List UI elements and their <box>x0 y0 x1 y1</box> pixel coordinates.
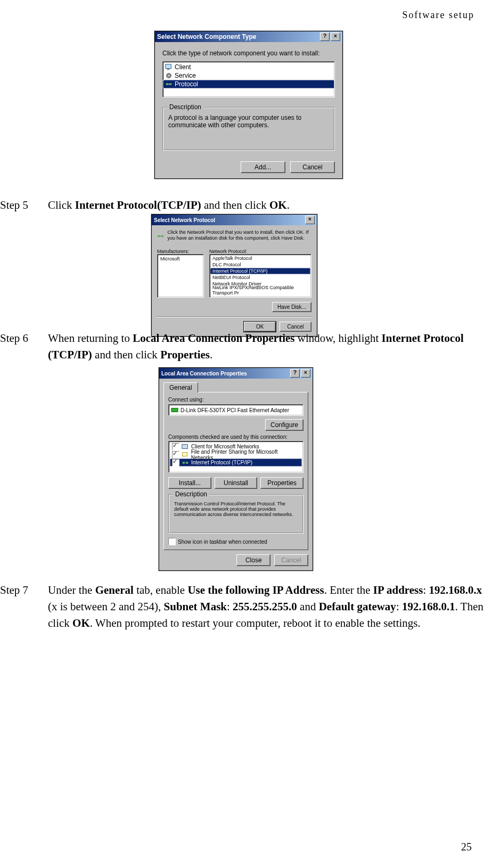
group-legend: Description <box>167 103 203 111</box>
cancel-button: Cancel <box>274 554 308 566</box>
close-button[interactable]: × <box>301 369 310 378</box>
titlebar: Select Network Protocol × <box>152 215 317 225</box>
connect-using-label: Connect using: <box>168 397 303 403</box>
components-label: Components checked are used by this conn… <box>168 434 303 440</box>
svg-rect-7 <box>158 235 160 237</box>
uninstall-button[interactable]: Uninstall <box>215 477 258 489</box>
protocol-icon <box>165 80 173 88</box>
prompt-text: Click the type of network component you … <box>162 50 335 57</box>
description-text: Transmission Control Protocol/Internet P… <box>174 501 298 517</box>
step-body: Under the General tab, enable Use the fo… <box>48 582 484 632</box>
svg-rect-1 <box>167 69 170 70</box>
svg-rect-12 <box>183 452 187 456</box>
close-button[interactable]: × <box>305 216 315 224</box>
configure-button[interactable]: Configure <box>265 419 303 431</box>
help-button[interactable]: ? <box>290 369 300 378</box>
components-list[interactable]: Client for Microsoft Networks File and P… <box>168 441 303 473</box>
list-item-service[interactable]: Service <box>163 71 334 80</box>
cancel-button[interactable]: Cancel <box>290 161 335 173</box>
help-button[interactable]: ? <box>320 32 330 41</box>
protocols-list[interactable]: AppleTalk Protocol DLC Protocol Internet… <box>209 254 311 298</box>
checkbox-icon[interactable] <box>172 451 179 458</box>
step-label: Step 7 <box>0 582 48 632</box>
component-label: Internet Protocol (TCP/IP) <box>191 460 252 465</box>
description-text: A protocol is a language your computer u… <box>168 114 329 129</box>
step-body: Click Internet Protocol(TCP/IP) and then… <box>48 197 484 214</box>
list-item-protocol[interactable]: NetBEUI Protocol <box>210 274 310 281</box>
list-item-protocol[interactable]: NwLink IPX/SPX/NetBIOS Compatible Transp… <box>210 287 310 293</box>
titlebar: Local Area Connection Properties ? × <box>159 368 313 379</box>
step-label: Step 5 <box>0 197 48 214</box>
hint-text: Click the Network Protocol that you want… <box>167 230 311 243</box>
dialog-connection-properties: Local Area Connection Properties ? × Gen… <box>159 367 313 571</box>
install-button[interactable]: Install... <box>168 477 211 489</box>
svg-rect-0 <box>166 64 171 69</box>
dialog-component-type: Select Network Component Type ? × Click … <box>154 31 343 179</box>
checkbox-icon[interactable] <box>172 459 179 466</box>
list-item-manufacturer[interactable]: Microsoft <box>158 255 203 262</box>
close-button[interactable]: × <box>331 32 340 41</box>
description-group: Description Transmission Control Protoco… <box>168 494 303 534</box>
list-item-label: DLC Protocol <box>212 262 241 267</box>
protocols-label: Network Protocol: <box>209 249 311 254</box>
page-header: Software setup <box>403 10 474 21</box>
page-number: 25 <box>461 841 472 853</box>
list-item-label: Protocol <box>175 80 198 88</box>
show-icon-checkbox[interactable] <box>168 538 176 545</box>
component-label: File and Printer Sharing for Microsoft N… <box>191 449 300 461</box>
list-item-client[interactable]: Client <box>163 63 334 71</box>
dialog-title: Select Network Component Type <box>157 33 256 40</box>
list-item-label: Microsoft <box>160 256 180 261</box>
dialog-title: Select Network Protocol <box>154 217 215 223</box>
svg-rect-11 <box>182 444 188 448</box>
checkbox-icon[interactable] <box>172 443 179 451</box>
group-legend: Description <box>173 490 209 498</box>
svg-rect-14 <box>186 462 188 464</box>
list-item-label: Client <box>175 63 191 71</box>
nic-icon <box>171 406 178 414</box>
list-item-protocol[interactable]: AppleTalk Protocol <box>210 255 310 261</box>
step-label: Step 6 <box>0 330 48 363</box>
titlebar: Select Network Component Type ? × <box>155 31 342 42</box>
manufacturers-list[interactable]: Microsoft <box>157 254 204 298</box>
svg-rect-5 <box>169 83 171 85</box>
add-button[interactable]: Add... <box>241 161 285 173</box>
list-item-protocol-selected[interactable]: Internet Protocol (TCP/IP) <box>210 268 310 274</box>
svg-point-3 <box>168 75 170 77</box>
close-dialog-button[interactable]: Close <box>236 554 270 566</box>
share-icon <box>182 451 189 458</box>
list-item-label: NwLink IPX/SPX/NetBIOS Compatible Transp… <box>212 285 308 296</box>
list-item-label: Service <box>175 72 196 79</box>
tab-panel: Connect using: D-Link DFE-530TX PCI Fast… <box>163 392 308 550</box>
list-item-protocol[interactable]: DLC Protocol <box>210 261 310 268</box>
component-item[interactable]: File and Printer Sharing for Microsoft N… <box>170 451 302 458</box>
service-icon <box>165 72 173 79</box>
step-body: When returning to Local Area Connection … <box>48 330 484 363</box>
svg-rect-10 <box>171 408 178 412</box>
component-list[interactable]: Client Service Protocol <box>162 61 335 97</box>
client-icon <box>182 443 189 451</box>
client-icon <box>165 63 173 71</box>
description-group: Description A protocol is a language you… <box>162 107 335 151</box>
protocol-large-icon <box>157 230 164 243</box>
protocol-icon <box>182 459 189 466</box>
svg-rect-8 <box>161 235 163 237</box>
adapter-name: D-Link DFE-530TX PCI Fast Ethernet Adapt… <box>180 407 289 413</box>
dialog-title: Local Area Connection Properties <box>161 371 247 376</box>
manufacturers-label: Manufacturers: <box>157 249 204 254</box>
list-item-protocol[interactable]: Protocol <box>163 80 334 88</box>
list-item-label: Internet Protocol (TCP/IP) <box>212 268 268 274</box>
show-icon-label: Show icon in taskbar when connected <box>178 539 267 545</box>
tab-general[interactable]: General <box>163 382 198 392</box>
adapter-field: D-Link DFE-530TX PCI Fast Ethernet Adapt… <box>168 404 303 416</box>
dialog-network-protocol: Select Network Protocol × Click the Netw… <box>151 214 317 337</box>
list-item-label: AppleTalk Protocol <box>212 256 252 261</box>
svg-rect-13 <box>183 462 185 464</box>
list-item-label: NetBEUI Protocol <box>212 275 250 280</box>
svg-rect-4 <box>166 83 168 85</box>
have-disk-button[interactable]: Have Disk... <box>272 302 311 312</box>
properties-button[interactable]: Properties <box>260 477 303 489</box>
